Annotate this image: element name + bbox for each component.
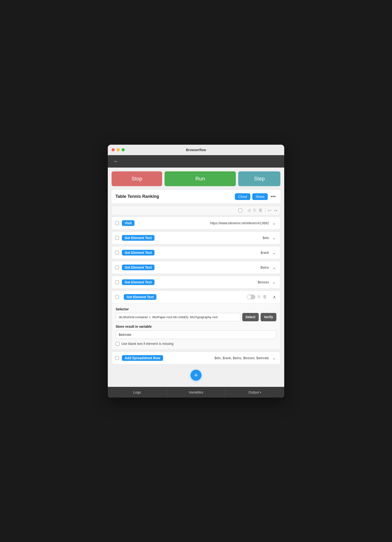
step-get-wins-checkbox[interactable] <box>115 266 119 269</box>
tab-logs[interactable]: Logs <box>108 387 167 398</box>
step-get-rank-expand[interactable]: ⌄ <box>271 250 277 255</box>
toggle-icon[interactable]: ⊙ <box>247 208 251 213</box>
blank-checkbox[interactable] <box>116 342 120 346</box>
step-get-wins: Get Element Text $wins ⌄ <box>112 261 280 274</box>
workflow-header: Table Tennis Ranking Cloud Share ••• <box>112 190 280 203</box>
back-button[interactable]: ← <box>112 157 120 165</box>
step-visit-badge: Visit <box>122 220 135 226</box>
toolbar-divider <box>265 208 265 213</box>
store-input[interactable] <box>116 330 276 339</box>
undo-icon[interactable]: ↩ <box>268 208 271 213</box>
step-get-elo-header: Get Element Text $elo ⌄ <box>112 232 280 244</box>
step-get-wins-expand[interactable]: ⌄ <box>271 265 277 270</box>
redo-icon[interactable]: ↪ <box>274 208 277 213</box>
step-get-rank-badge: Get Element Text <box>122 250 154 255</box>
step-get-elo-badge: Get Element Text <box>122 235 154 241</box>
store-label: Store result in variable <box>116 325 276 328</box>
step-get-wins-badge: Get Element Text <box>122 265 154 270</box>
verify-button[interactable]: Verify <box>261 313 276 321</box>
select-all-checkbox[interactable] <box>239 209 242 212</box>
step-get-losses-badge: Get Element Text <box>122 279 154 285</box>
step-get-elo: Get Element Text $elo ⌄ <box>112 231 280 244</box>
run-button[interactable]: Run <box>164 171 236 186</box>
step-get-losses-expand[interactable]: ⌄ <box>271 280 277 285</box>
step-get-elo-expand[interactable]: ⌄ <box>271 235 277 240</box>
fullscreen-button[interactable] <box>122 148 125 151</box>
add-step-button[interactable]: + <box>191 370 201 381</box>
add-btn-container: + <box>112 366 280 383</box>
step-get-winrate-delete[interactable]: 🗑 <box>263 294 267 299</box>
cloud-button[interactable]: Cloud <box>235 193 250 200</box>
workflow-title: Table Tennis Ranking <box>115 194 159 199</box>
selector-label: Selector <box>116 307 276 311</box>
step-add-spreadsheet-badge: Add Spreadsheet Row <box>122 355 163 361</box>
traffic-lights <box>112 148 125 151</box>
step-get-wins-value: $wins <box>260 266 269 269</box>
step-visit-header: Visit https://www.elevenvr.net/eleven/41… <box>112 217 280 229</box>
stop-button[interactable]: Stop <box>112 171 162 186</box>
step-get-winrate: Get Element Text ⎘ 🗑 ∧ Selector Select V… <box>112 291 280 350</box>
step-get-winrate-copy[interactable]: ⎘ <box>258 294 260 299</box>
step-get-winrate-expand[interactable]: ∧ <box>272 294 277 300</box>
header-actions: Cloud Share ••• <box>235 193 277 200</box>
step-get-rank-header: Get Element Text $rank ⌄ <box>112 246 280 259</box>
step-visit-checkbox[interactable] <box>115 221 119 225</box>
step-button[interactable]: Step <box>238 171 280 186</box>
close-button[interactable] <box>112 148 115 151</box>
step-add-spreadsheet-expand[interactable]: ⌄ <box>271 355 277 361</box>
step-get-winrate-body: Selector Select Verify Store result in v… <box>112 303 280 349</box>
step-get-wins-header: Get Element Text $wins ⌄ <box>112 261 280 274</box>
tab-variables[interactable]: Variables <box>167 387 226 398</box>
bottom-tabs: Logs Variables Output • <box>108 387 284 398</box>
action-buttons: Stop Run Step <box>112 171 280 186</box>
blank-checkbox-row: Use blank text if element is missing <box>116 342 276 346</box>
minimize-button[interactable] <box>117 148 120 151</box>
step-add-spreadsheet-checkbox[interactable] <box>115 356 119 360</box>
step-get-losses-header: Get Element Text $losses ⌄ <box>112 276 280 288</box>
title-bar: Browserflow <box>108 145 284 155</box>
step-get-winrate-header: Get Element Text ⎘ 🗑 ∧ <box>112 291 280 303</box>
step-visit-expand[interactable]: ⌄ <box>271 221 277 226</box>
step-visit-value: https://www.elevenvr.net/eleven/413682 <box>210 221 269 225</box>
copy-icon[interactable]: ⎘ <box>253 208 256 213</box>
step-get-losses: Get Element Text $losses ⌄ <box>112 276 280 289</box>
step-get-elo-value: $elo <box>263 236 269 240</box>
step-add-spreadsheet-value: $elo, $rank, $wins, $losses, $winrate <box>214 356 269 360</box>
step-get-rank-checkbox[interactable] <box>115 251 119 255</box>
step-get-losses-value: $losses <box>258 280 269 284</box>
step-get-rank-value: $rank <box>261 251 269 255</box>
step-get-rank: Get Element Text $rank ⌄ <box>112 246 280 259</box>
step-get-winrate-toggle[interactable] <box>247 295 255 299</box>
app-toolbar: ← <box>108 155 284 168</box>
steps-toolbar: ⊙ ⎘ 🗑 ↩ ↪ <box>112 206 280 215</box>
selector-row: Select Verify <box>116 313 276 321</box>
delete-icon[interactable]: 🗑 <box>258 208 263 213</box>
selector-input[interactable] <box>116 313 240 321</box>
step-add-spreadsheet: Add Spreadsheet Row $elo, $rank, $wins, … <box>112 352 280 364</box>
app-window: Browserflow ← Stop Run Step Table Tennis… <box>108 145 284 398</box>
step-get-winrate-badge: Get Element Text <box>124 294 156 300</box>
step-get-winrate-checkbox[interactable] <box>115 295 119 299</box>
more-button[interactable]: ••• <box>270 194 277 199</box>
step-add-spreadsheet-header: Add Spreadsheet Row $elo, $rank, $wins, … <box>112 352 280 364</box>
blank-checkbox-label: Use blank text if element is missing <box>121 342 174 346</box>
step-visit: Visit https://www.elevenvr.net/eleven/41… <box>112 217 280 229</box>
select-button[interactable]: Select <box>242 313 259 321</box>
main-content: Stop Run Step Table Tennis Ranking Cloud… <box>108 168 284 387</box>
share-button[interactable]: Share <box>252 193 268 200</box>
window-title: Browserflow <box>186 148 206 152</box>
step-get-losses-checkbox[interactable] <box>115 280 119 284</box>
tab-output[interactable]: Output • <box>226 387 284 398</box>
step-get-elo-checkbox[interactable] <box>115 236 119 240</box>
